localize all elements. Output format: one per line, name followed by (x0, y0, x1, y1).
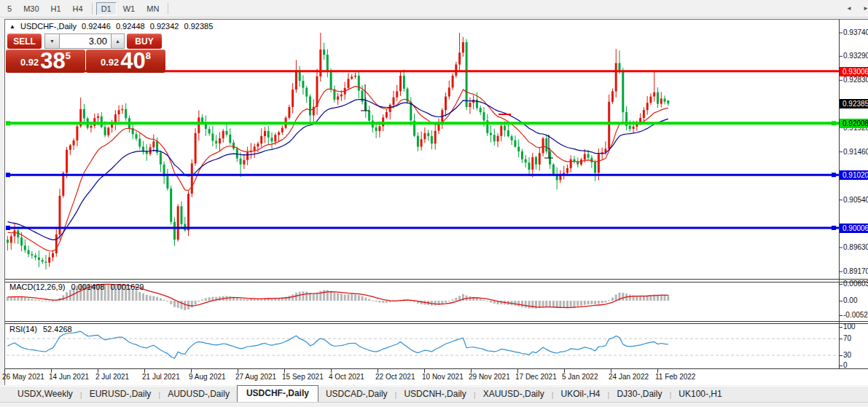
timeframe-button-m30[interactable]: M30 (18, 2, 44, 15)
macd-axis-label: 0.006038 (843, 280, 868, 288)
price-tick-label: 0.93740 (843, 28, 868, 36)
buy-price-box[interactable]: 0.92 40 8 (86, 50, 165, 73)
ohlc-high: 0.92448 (116, 22, 145, 31)
date-label: 14 Jun 2021 (49, 373, 89, 381)
chart-symbol-title: USDCHF-,Daily (20, 22, 77, 31)
macd-axis-label: 0.00 (843, 296, 857, 304)
sell-button[interactable]: SELL (7, 33, 42, 49)
timeframe-button-w1[interactable]: W1 (118, 2, 141, 15)
ohlc-low: 0.92342 (150, 22, 179, 31)
one-click-collapse-icon[interactable]: ▲ (9, 23, 15, 30)
macd-panel-title: MACD(12,26,9) 0.001408 0.001629 (9, 282, 147, 291)
rsi-axis-label: 100 (843, 323, 856, 331)
macd-axis-label: -0.00522 (843, 311, 868, 319)
date-label: 11 Feb 2022 (655, 373, 695, 381)
tab-xauusd-daily[interactable]: XAUUSD-,Daily (476, 387, 552, 402)
sell-price-pip: 5 (66, 50, 71, 61)
rsi-value: 52.4268 (43, 325, 72, 333)
rsi-panel-title: RSI(14) 52.4268 (9, 325, 76, 333)
tabs-scroll-right-icon[interactable]: ► (863, 5, 868, 12)
tab-audusd-daily[interactable]: AUDUSD-,Daily (160, 387, 237, 402)
date-label: 10 Nov 2021 (422, 373, 464, 381)
date-label: 4 Oct 2021 (329, 373, 364, 381)
buy-price-pip: 8 (146, 50, 151, 61)
timeframe-button-h1[interactable]: H1 (46, 2, 66, 15)
ohlc-close: 0.92385 (184, 22, 214, 31)
date-label: 2 Jul 2021 (95, 373, 129, 381)
price-tick-label: 0.92830 (843, 76, 868, 84)
date-label: 26 May 2021 (2, 373, 44, 381)
tab-usdcnh-daily[interactable]: USDCNH-,Daily (396, 387, 473, 402)
resistance-line-label: 0.93006 (840, 67, 868, 76)
spinner-down-icon: ▼ (50, 39, 55, 44)
timeframe-button-d1[interactable]: D1 (96, 2, 117, 15)
price-tick-label: 0.93290 (843, 52, 868, 60)
date-label: 5 Jan 2022 (562, 373, 598, 381)
support-line-label: 0.92008 (840, 119, 868, 128)
ohlc-open: 0.92446 (82, 22, 111, 31)
tab-dj30-daily[interactable]: DJ30-,Daily (609, 387, 669, 402)
volume-decrease-button[interactable]: ▼ (44, 33, 60, 49)
price-tick-label: 0.91460 (843, 148, 868, 156)
timeframe-button-mn[interactable]: MN (141, 2, 164, 15)
buy-price-base: 0.92 (101, 57, 119, 68)
date-label: 21 Jul 2021 (142, 373, 180, 381)
trading-platform-screen: 5M30H1H4D1W1MN ▲ USDCHF-,Daily 0.92446 0… (0, 0, 868, 407)
price-tick-label: 0.89630 (843, 243, 868, 251)
rsi-axis-label: 0 (843, 361, 848, 369)
toolbar-separator (92, 3, 93, 15)
sell-price-base: 0.92 (20, 57, 39, 68)
date-label: 15 Sep 2021 (282, 373, 324, 381)
tab-ukoil-h4[interactable]: UKOil-,H4 (554, 387, 608, 402)
tab-usdchf-daily[interactable]: USDCHF-,Daily (237, 385, 318, 402)
chart-window (4, 19, 868, 385)
tab-uk100-h1[interactable]: UK100-,H1 (671, 387, 729, 402)
macd-value-main: 0.001408 (71, 282, 104, 291)
timeframe-button-h4[interactable]: H4 (68, 2, 88, 15)
toolbar-separator (168, 3, 168, 15)
volume-increase-button[interactable]: ▲ (111, 33, 125, 49)
tab-eurusd-daily[interactable]: EURUSD-,Daily (82, 387, 159, 402)
date-label: 17 Dec 2021 (515, 373, 557, 381)
tab-usdx-weekly[interactable]: USDX,Weekly (10, 387, 80, 402)
date-label: 22 Oct 2021 (375, 373, 415, 381)
price-axis[interactable]: 0.937400.932900.928300.919200.914600.905… (840, 20, 868, 369)
support-line-label: 0.91020 (840, 170, 868, 180)
date-label: 27 Aug 2021 (235, 373, 276, 381)
spinner-up-icon: ▲ (115, 39, 120, 44)
price-tick-label: 0.90540 (843, 196, 868, 204)
volume-input[interactable] (60, 33, 111, 49)
current-price-label: 0.92385 (840, 99, 868, 108)
sell-button-label: SELL (13, 36, 36, 47)
date-label: 29 Nov 2021 (469, 373, 510, 381)
date-label: 24 Jan 2022 (609, 373, 649, 381)
status-bar (0, 402, 868, 407)
tab-usdcad-daily[interactable]: USDCAD-,Daily (318, 387, 395, 402)
sell-price-box[interactable]: 0.92 38 5 (6, 50, 85, 73)
date-label: 9 Aug 2021 (189, 373, 226, 381)
timeframe-button-5[interactable]: 5 (2, 2, 17, 15)
rsi-name: RSI(14) (9, 325, 37, 333)
rsi-axis-label: 30 (843, 351, 851, 359)
buy-button-label: BUY (135, 36, 153, 47)
rsi-axis-label: 70 (843, 334, 851, 342)
sell-price-big: 38 (40, 52, 65, 70)
buy-button[interactable]: BUY (127, 33, 162, 49)
chart-tab-bar: USDX,Weekly|EURUSD-,Daily|AUDUSD-,DailyU… (0, 386, 868, 402)
tabs-scroll-left-icon[interactable]: ◄ (846, 5, 852, 12)
time-axis[interactable]: 26 May 202114 Jun 20212 Jul 202121 Jul 2… (0, 370, 838, 385)
chart-header: ▲ USDCHF-,Daily 0.92446 0.92448 0.92342 … (9, 22, 216, 31)
buy-price-big: 40 (120, 52, 145, 70)
macd-value-signal: 0.001629 (110, 282, 144, 291)
macd-name: MACD(12,26,9) (9, 282, 65, 291)
timeframe-toolbar: 5M30H1H4D1W1MN (0, 0, 868, 17)
support-line-label: 0.90006 (840, 224, 868, 233)
price-tick-label: 0.89170 (843, 267, 868, 275)
